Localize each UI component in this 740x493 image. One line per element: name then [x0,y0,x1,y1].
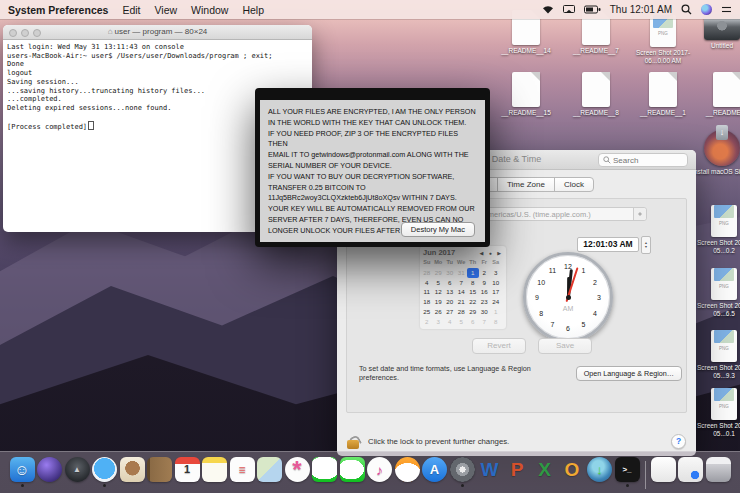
dock-facetime-icon[interactable] [339,456,365,483]
desktop-icon-readme-8[interactable]: __README__8 [566,72,626,117]
dock-itunes-icon[interactable]: ♪ [367,456,393,483]
calendar-day[interactable]: 7 [456,278,468,288]
wifi-icon[interactable] [542,5,554,14]
notification-center-icon[interactable] [721,5,732,14]
stepper-down-icon[interactable]: ▼ [644,245,647,249]
calendar-nav[interactable]: ◀ ● ▶ [480,250,504,256]
calendar-day[interactable]: 17 [490,287,502,297]
dock-app-store-icon[interactable]: A [422,456,448,483]
calendar-day[interactable]: 26 [433,307,445,317]
calendar-day[interactable]: 5 [456,317,468,327]
time-stepper[interactable]: ▲▼ [641,236,651,254]
calendar-day[interactable]: 14 [456,287,468,297]
unlocked-padlock-icon[interactable] [347,433,360,449]
calendar-day[interactable]: 10 [490,278,502,288]
calendar-day[interactable]: 15 [467,287,479,297]
calendar-day[interactable]: 6 [444,278,456,288]
spotlight-icon[interactable] [681,4,692,15]
calendar-day[interactable]: 27 [444,307,456,317]
dock-powerpoint-icon[interactable]: P [504,456,530,483]
dock-outlook-icon[interactable]: O [559,456,585,483]
menu-clock[interactable]: Thu 12:01 AM [610,4,672,15]
dock-siri-icon[interactable] [37,456,63,483]
calendar-day[interactable]: 9 [479,278,491,288]
menu-edit[interactable]: Edit [122,4,140,16]
calendar-day[interactable]: 28 [456,307,468,317]
calendar-day[interactable]: 24 [490,297,502,307]
desktop-icon-readme-15[interactable]: __README__15 [496,72,556,117]
battery-icon[interactable] [584,5,601,14]
dock-maps-icon[interactable] [257,456,283,483]
calendar-day[interactable]: 3 [490,268,502,278]
calendar-day[interactable]: 11 [421,287,433,297]
dock-safari-icon[interactable] [92,456,118,483]
dock-trash-icon[interactable] [705,456,731,483]
calendar-day[interactable]: 18 [421,297,433,307]
calendar-day[interactable]: 21 [456,297,468,307]
tab-time-zone[interactable]: Time Zone [497,177,555,192]
open-language-region-button[interactable]: Open Language & Region… [576,366,682,381]
save-button[interactable]: Save [538,338,592,354]
calendar-day[interactable]: 8 [490,317,502,327]
calendar-day[interactable]: 8 [467,278,479,288]
terminal-titlebar[interactable]: ⌂user — program — 80×24 [3,25,312,40]
analog-clock[interactable]: AM 123456789101112 [523,252,613,342]
calendar-day[interactable]: 12 [433,287,445,297]
calendar-day[interactable]: 23 [479,297,491,307]
dock-web-downloader-icon[interactable]: ↓ [587,456,613,483]
calendar-day[interactable]: 2 [421,317,433,327]
calendar-day[interactable]: 31 [456,268,468,278]
menu-help[interactable]: Help [242,4,264,16]
desktop-icon-screenshot-a[interactable]: PNG Screen Shot 2017-05...0.2 [694,200,740,254]
calendar-day[interactable]: 29 [467,307,479,317]
desktop-icon-screenshot-b[interactable]: PNG Screen Shot 2017-05...6.5 [694,263,740,317]
search-input[interactable] [611,155,675,166]
calendar-day[interactable]: 16 [479,287,491,297]
dock-launchpad-icon[interactable]: ▲ [64,456,90,483]
destroy-my-mac-button[interactable]: Destory My Mac [401,222,475,237]
desktop-icon-install-sierra[interactable]: ↓ Install macOS Sierra [692,130,740,176]
tab-clock[interactable]: Clock [554,177,594,192]
dock-excel-icon[interactable]: X [532,456,558,483]
menu-app-name[interactable]: System Preferences [8,4,108,16]
display-mirroring-icon[interactable] [563,5,575,14]
calendar-day[interactable]: 4 [444,317,456,327]
dock-system-preferences-icon[interactable] [449,456,475,483]
dock-documents-stack-icon[interactable] [650,456,676,483]
dock-reminders-icon[interactable]: ≡ [229,456,255,483]
calendar-day[interactable]: 22 [467,297,479,307]
revert-button[interactable]: Revert [472,338,526,354]
calendar-day[interactable]: 5 [433,278,445,288]
calendar-day[interactable]: 1 [467,268,479,278]
calendar-day[interactable]: 3 [433,317,445,327]
calendar-day[interactable]: 4 [421,278,433,288]
dock-photos-icon[interactable]: * [284,456,310,483]
search-field[interactable] [598,153,688,167]
calendar-day[interactable]: 1 [490,307,502,317]
dock-downloads-stack-icon[interactable] [678,456,704,483]
dock-ibooks-icon[interactable] [394,456,420,483]
calendar-day[interactable]: 25 [421,307,433,317]
dock-notes-icon[interactable] [202,456,228,483]
calendar-day[interactable]: 6 [467,317,479,327]
calendar-day[interactable]: 19 [433,297,445,307]
time-field[interactable]: 12:01:03 AM [577,237,639,252]
dock-messages-icon[interactable] [312,456,338,483]
desktop-icon-screenshot-c[interactable]: PNG Screen Shot 2017-05...9.3 [694,325,740,379]
dock-finder-icon[interactable]: ☺ [9,456,35,483]
menu-view[interactable]: View [155,4,178,16]
dock-contacts-icon[interactable] [147,456,173,483]
calendar-day[interactable]: 30 [444,268,456,278]
desktop-icon-readme-cut[interactable]: __README__ [697,72,740,117]
calendar-day[interactable]: 13 [444,287,456,297]
dock-calendar-icon[interactable]: 1 [174,456,200,483]
siri-icon[interactable] [701,4,712,15]
dock-terminal-icon[interactable]: >_ [614,456,640,483]
dock-word-icon[interactable]: W [477,456,503,483]
calendar-day[interactable]: 7 [479,317,491,327]
desktop-icon-readme-1[interactable]: __README__1 [633,72,693,117]
calendar-day[interactable]: 20 [444,297,456,307]
calendar-day[interactable]: 29 [433,268,445,278]
menu-window[interactable]: Window [191,4,228,16]
help-button[interactable]: ? [671,434,686,449]
